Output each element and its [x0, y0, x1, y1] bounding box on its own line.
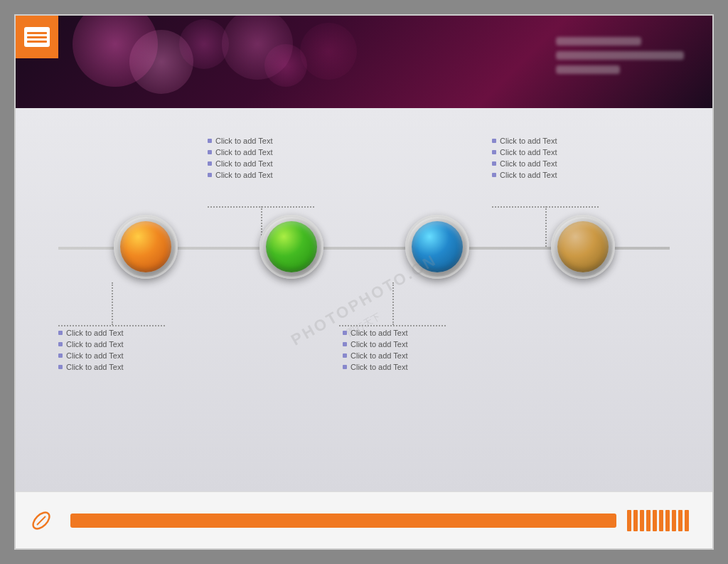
circle-item-blue[interactable]: [405, 215, 469, 279]
hash-line: [685, 510, 689, 531]
bullet-icon: [58, 365, 63, 369]
progress-bar: [70, 514, 616, 528]
text-list-blue-bottom: Click to add Text Click to add Text Clic…: [343, 329, 408, 374]
list-item[interactable]: Click to add Text: [208, 148, 273, 156]
app-icon[interactable]: [16, 16, 58, 58]
icon-line-1: [27, 32, 47, 34]
circle-inner-orange: [120, 221, 171, 272]
bokeh-6: [300, 23, 357, 80]
list-item[interactable]: Click to add Text: [208, 137, 273, 145]
list-item[interactable]: Click to add Text: [58, 329, 124, 337]
bullet-icon: [492, 173, 496, 177]
hash-pattern: [627, 506, 698, 535]
blurred-bar-3: [556, 65, 620, 74]
circles-row: [16, 215, 712, 279]
circle-outer-orange: [114, 215, 178, 279]
bullet-icon: [58, 331, 63, 335]
text-list-orange-bottom: Click to add Text Click to add Text Clic…: [58, 329, 124, 374]
bullet-icon: [343, 365, 347, 369]
circle-outer-green: [259, 215, 323, 279]
dot-h-orange-bottom: [58, 325, 165, 326]
circle-outer-blue: [405, 215, 469, 279]
blurred-bar-2: [556, 51, 684, 60]
dot-h-blue-bottom: [339, 325, 446, 326]
pencil-icon: [30, 509, 53, 532]
hash-line: [653, 510, 657, 531]
header-text-area: [556, 37, 684, 74]
app-icon-inner: [24, 27, 50, 47]
hash-line: [659, 510, 663, 531]
hash-line: [640, 510, 644, 531]
slide-frame: Click to add Text Click to add Text Clic…: [14, 14, 714, 550]
list-item[interactable]: Click to add Text: [208, 159, 273, 168]
hash-line: [665, 510, 670, 531]
circle-inner-blue: [412, 221, 463, 272]
list-item[interactable]: Click to add Text: [208, 171, 273, 179]
bullet-icon: [58, 342, 63, 346]
icon-line-2: [27, 36, 47, 38]
circle-inner-green: [266, 221, 317, 272]
list-item[interactable]: Click to add Text: [58, 351, 124, 360]
bullet-icon: [343, 342, 347, 346]
bullet-icon: [208, 173, 212, 177]
list-item[interactable]: Click to add Text: [492, 159, 557, 168]
svg-line-1: [37, 516, 46, 525]
list-item[interactable]: Click to add Text: [58, 363, 124, 371]
list-item[interactable]: Click to add Text: [343, 351, 408, 360]
circle-item-brown[interactable]: [551, 215, 615, 279]
list-item[interactable]: Click to add Text: [343, 363, 408, 371]
dot-v-orange-bottom: [112, 282, 113, 325]
hash-line: [633, 510, 638, 531]
list-item[interactable]: Click to add Text: [343, 329, 408, 337]
main-content: Click to add Text Click to add Text Clic…: [16, 108, 712, 491]
bullet-icon: [208, 161, 212, 166]
circle-item-orange[interactable]: [114, 215, 178, 279]
circle-inner-brown: [557, 221, 609, 272]
dot-v-blue-bottom: [392, 282, 394, 325]
bullet-icon: [343, 331, 347, 335]
hash-line: [627, 510, 631, 531]
footer-bar: [16, 491, 712, 548]
bullet-icon: [343, 353, 347, 358]
bullet-icon: [492, 150, 496, 154]
hash-line: [672, 510, 676, 531]
bullet-icon: [492, 161, 496, 166]
list-item[interactable]: Click to add Text: [343, 340, 408, 348]
icon-line-3: [27, 41, 47, 43]
text-list-brown-top: Click to add Text Click to add Text Clic…: [492, 137, 557, 182]
watermark: PHOTOPHOTO.CN 图行天下: [16, 108, 712, 491]
list-item[interactable]: Click to add Text: [492, 171, 557, 179]
circle-outer-brown: [551, 215, 615, 279]
hash-line: [646, 510, 651, 531]
bullet-icon: [208, 150, 212, 154]
circle-item-green[interactable]: [259, 215, 323, 279]
list-item[interactable]: Click to add Text: [492, 148, 557, 156]
header-banner: [16, 16, 712, 108]
bullet-icon: [58, 353, 63, 358]
blurred-bar-1: [556, 37, 641, 46]
list-item[interactable]: Click to add Text: [58, 340, 124, 348]
bullet-icon: [492, 139, 496, 143]
list-item[interactable]: Click to add Text: [492, 137, 557, 145]
text-list-green-top: Click to add Text Click to add Text Clic…: [208, 137, 273, 182]
bullet-icon: [208, 139, 212, 143]
hash-line: [678, 510, 682, 531]
